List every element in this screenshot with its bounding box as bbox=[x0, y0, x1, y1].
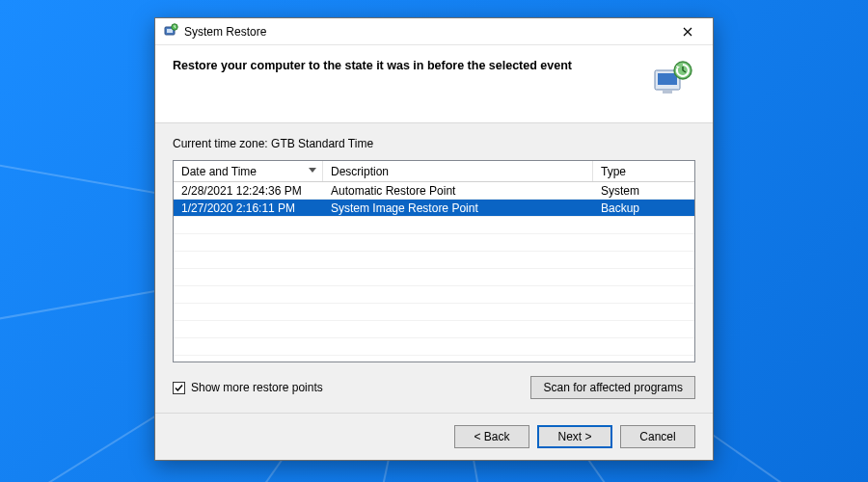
close-icon bbox=[683, 27, 692, 37]
titlebar: System Restore bbox=[155, 18, 713, 45]
column-date[interactable]: Date and Time bbox=[174, 161, 323, 181]
table-empty-row bbox=[174, 234, 694, 252]
table-empty-row bbox=[174, 321, 694, 338]
cell-type: System bbox=[593, 184, 694, 198]
column-type-label: Type bbox=[601, 165, 626, 178]
wizard-footer: < Back Next > Cancel bbox=[155, 413, 713, 460]
wizard-heading: Restore your computer to the state it wa… bbox=[173, 59, 651, 72]
checkmark-icon bbox=[174, 383, 184, 393]
window-title: System Restore bbox=[184, 25, 666, 39]
app-icon bbox=[163, 22, 178, 40]
show-more-checkbox[interactable]: Show more restore points bbox=[173, 381, 323, 394]
column-date-label: Date and Time bbox=[181, 165, 257, 178]
svg-rect-5 bbox=[663, 91, 672, 94]
sort-desc-icon bbox=[309, 168, 316, 173]
table-header: Date and Time Description Type bbox=[174, 161, 694, 182]
table-empty-row bbox=[174, 217, 694, 234]
cell-description: Automatic Restore Point bbox=[323, 184, 593, 198]
cancel-button[interactable]: Cancel bbox=[620, 425, 695, 448]
column-description-label: Description bbox=[331, 165, 389, 178]
column-description[interactable]: Description bbox=[323, 161, 593, 181]
cell-date: 1/27/2020 2:16:11 PM bbox=[174, 201, 323, 215]
table-empty-row bbox=[174, 286, 694, 304]
column-type[interactable]: Type bbox=[593, 161, 694, 181]
wizard-header: Restore your computer to the state it wa… bbox=[155, 45, 713, 123]
back-button[interactable]: < Back bbox=[454, 425, 529, 448]
table-row[interactable]: 2/28/2021 12:24:36 PMAutomatic Restore P… bbox=[174, 182, 694, 200]
cell-type: Backup bbox=[593, 201, 694, 215]
system-restore-window: System Restore Restore your computer to … bbox=[154, 17, 714, 461]
table-body: 2/28/2021 12:24:36 PMAutomatic Restore P… bbox=[174, 182, 694, 362]
table-empty-row bbox=[174, 338, 694, 356]
table-empty-row bbox=[174, 304, 694, 321]
wizard-body: Current time zone: GTB Standard Time Dat… bbox=[155, 123, 713, 413]
cell-description: System Image Restore Point bbox=[323, 201, 593, 215]
table-empty-row bbox=[174, 252, 694, 269]
svg-rect-1 bbox=[167, 29, 173, 33]
table-empty-row bbox=[174, 269, 694, 286]
timezone-label: Current time zone: GTB Standard Time bbox=[173, 137, 695, 150]
table-empty-row bbox=[174, 356, 694, 362]
restore-icon bbox=[651, 59, 695, 97]
cell-date: 2/28/2021 12:24:36 PM bbox=[174, 184, 323, 198]
svg-rect-4 bbox=[658, 73, 677, 85]
next-button[interactable]: Next > bbox=[537, 425, 612, 448]
checkbox-box bbox=[173, 382, 185, 394]
scan-affected-button[interactable]: Scan for affected programs bbox=[530, 376, 695, 399]
close-button[interactable] bbox=[666, 18, 709, 45]
restore-points-table: Date and Time Description Type 2/28/2021… bbox=[173, 160, 695, 362]
table-row[interactable]: 1/27/2020 2:16:11 PMSystem Image Restore… bbox=[174, 200, 694, 217]
show-more-label: Show more restore points bbox=[191, 381, 323, 394]
